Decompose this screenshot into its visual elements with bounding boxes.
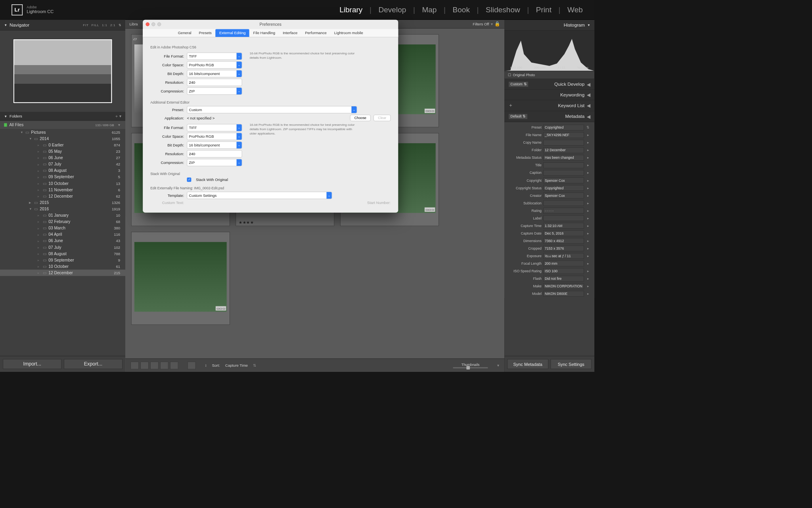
meta-value[interactable]: 12 December bbox=[543, 147, 584, 153]
close-icon[interactable] bbox=[146, 22, 149, 26]
clear-button[interactable]: Clear bbox=[373, 115, 391, 121]
thumbnail[interactable]: ▭▭▭ bbox=[131, 232, 230, 325]
module-book[interactable]: Book bbox=[453, 5, 470, 14]
meta-value[interactable] bbox=[543, 200, 584, 206]
meta-action-icon[interactable]: ▸ bbox=[586, 133, 590, 137]
histogram[interactable]: ISO 100 200 mm ƒ / 11 ¹⁄₂₅₀ sec bbox=[504, 31, 594, 71]
disclosure-icon[interactable]: ▹ bbox=[38, 143, 41, 146]
meta-action-icon[interactable]: ▸ bbox=[586, 269, 590, 273]
metadata-preset-select[interactable]: Copyrighted bbox=[543, 125, 584, 131]
meta-value[interactable]: ¹⁄₂₅₀ sec at ƒ / 11 bbox=[543, 253, 584, 259]
window-controls[interactable] bbox=[146, 22, 161, 26]
disclosure-icon[interactable]: ▹ bbox=[38, 220, 41, 223]
disclosure-icon[interactable]: ▶ bbox=[29, 201, 33, 204]
folder-row[interactable]: ▹▭0 Earlier874 bbox=[0, 142, 125, 148]
choose-button[interactable]: Choose bbox=[350, 115, 371, 121]
tab-performance[interactable]: Performance bbox=[301, 29, 331, 37]
disclosure-icon[interactable]: ▹ bbox=[38, 227, 41, 230]
meta-action-icon[interactable]: ▸ bbox=[586, 163, 590, 167]
meta-action-icon[interactable]: ▸ bbox=[586, 171, 590, 175]
template-select[interactable]: Custom Settings⌄ bbox=[187, 192, 332, 199]
tab-lightroom-mobile[interactable]: Lightroom mobile bbox=[330, 29, 367, 37]
folder-row[interactable]: ▹▭09 September9 bbox=[0, 257, 125, 263]
tab-presets[interactable]: Presets bbox=[195, 29, 215, 37]
meta-action-icon[interactable]: ▸ bbox=[586, 277, 590, 281]
preset-select[interactable]: Custom⌄ bbox=[187, 106, 357, 113]
meta-action-icon[interactable]: ▸ bbox=[586, 262, 590, 266]
meta-action-icon[interactable]: ▸ bbox=[586, 246, 590, 250]
sync-metadata-button[interactable]: Sync Metadata bbox=[508, 359, 548, 369]
meta-value[interactable]: Has been changed bbox=[543, 155, 584, 161]
checkbox-icon[interactable]: ☐ bbox=[508, 73, 511, 77]
meta-value[interactable] bbox=[543, 215, 584, 221]
disclosure-icon[interactable]: ▼ bbox=[29, 207, 33, 210]
disclosure-icon[interactable]: ▼ bbox=[20, 131, 24, 134]
meta-action-icon[interactable]: ▸ bbox=[586, 178, 590, 182]
folder-row[interactable]: ▼▭20141055 bbox=[0, 135, 125, 142]
module-map[interactable]: Map bbox=[422, 5, 437, 14]
meta-action-icon[interactable]: ▸ bbox=[586, 140, 590, 144]
lock-icon[interactable]: 🔒 bbox=[494, 21, 500, 27]
folders-header[interactable]: ▼ Folders ＋ ▾ bbox=[0, 112, 125, 121]
meta-value[interactable]: _SKY4299.NEF bbox=[543, 132, 584, 138]
zoom-FILL[interactable]: FILL bbox=[92, 23, 99, 27]
folder-row[interactable]: ▹▭12 December62 bbox=[0, 193, 125, 199]
file-format-select[interactable]: TIFF⌄ bbox=[187, 52, 242, 60]
module-web[interactable]: Web bbox=[567, 5, 583, 14]
folder-row[interactable]: ▶▭20151326 bbox=[0, 199, 125, 206]
disclosure-icon[interactable]: ▹ bbox=[38, 188, 41, 191]
chevron-down-icon[interactable]: ▾ bbox=[497, 363, 499, 368]
folder-row[interactable]: ▹▭06 June27 bbox=[0, 154, 125, 161]
meta-action-icon[interactable]: ▸ bbox=[586, 209, 590, 213]
disclosure-icon[interactable]: ▹ bbox=[38, 239, 41, 242]
folder-row[interactable]: ▹▭08 August3 bbox=[0, 167, 125, 174]
survey-view-icon[interactable] bbox=[160, 362, 168, 369]
folder-row[interactable]: ▹▭10 October13 bbox=[0, 180, 125, 187]
resolution-input[interactable] bbox=[187, 79, 242, 86]
bit-depth-select[interactable]: 16 bits/component⌄ bbox=[187, 70, 242, 77]
thumbnail-size-slider[interactable] bbox=[453, 367, 488, 368]
meta-value[interactable]: 7360 x 4912 bbox=[543, 238, 584, 244]
meta-value[interactable]: NIKON CORPORATION bbox=[543, 283, 584, 289]
meta-action-icon[interactable]: ▸ bbox=[586, 292, 590, 296]
folder-row[interactable]: ▼▭Pictures6125 bbox=[0, 129, 125, 135]
meta-value[interactable]: 200 mm bbox=[543, 261, 584, 267]
sync-settings-button[interactable]: Sync Settings bbox=[551, 359, 592, 369]
meta-action-icon[interactable]: ▸ bbox=[586, 224, 590, 228]
histogram-header[interactable]: Histogram ▼ bbox=[504, 20, 594, 31]
filters-toggle[interactable]: Filters Off bbox=[473, 22, 489, 26]
export-button[interactable]: Export... bbox=[64, 359, 123, 369]
tab-external-editing[interactable]: External Editing bbox=[215, 29, 249, 37]
meta-action-icon[interactable]: ▸ bbox=[586, 201, 590, 205]
meta-value[interactable]: Spencer Cox bbox=[543, 177, 584, 183]
zoom-icon[interactable] bbox=[157, 22, 161, 26]
meta-value[interactable]: Did not fire bbox=[543, 276, 584, 282]
file-format-select-2[interactable]: TIFF⌄ bbox=[187, 124, 242, 131]
disclosure-icon[interactable]: ▹ bbox=[38, 246, 41, 249]
all-files-row[interactable]: All Files 133 / 699 GB ▾ bbox=[0, 121, 125, 129]
disclosure-icon[interactable]: ▹ bbox=[38, 252, 41, 255]
add-icon[interactable]: ＋ bbox=[508, 102, 513, 108]
compression-select-2[interactable]: ZIP⌄ bbox=[187, 159, 242, 166]
navigator-zoom-options[interactable]: FITFILL1:12:1⇅ bbox=[83, 23, 121, 27]
meta-value[interactable]: Dec 5, 2016 bbox=[543, 230, 584, 236]
painter-icon[interactable] bbox=[188, 362, 195, 369]
meta-value[interactable] bbox=[543, 170, 584, 176]
tab-file-handling[interactable]: File Handling bbox=[249, 29, 279, 37]
meta-action-icon[interactable]: ▸ bbox=[586, 284, 590, 288]
meta-value[interactable] bbox=[543, 162, 584, 168]
module-develop[interactable]: Develop bbox=[378, 5, 406, 14]
flag-icon[interactable]: ▱ bbox=[133, 37, 137, 42]
add-icon[interactable]: ＋ ▾ bbox=[115, 114, 121, 119]
stack-checkbox[interactable]: ✓ bbox=[187, 177, 191, 182]
meta-value[interactable]: Spencer Cox bbox=[543, 192, 584, 198]
disclosure-icon[interactable]: ▹ bbox=[38, 182, 41, 185]
grid-view-icon[interactable] bbox=[130, 362, 138, 369]
meta-action-icon[interactable]: ▸ bbox=[586, 186, 590, 190]
color-space-select[interactable]: ProPhoto RGB⌄ bbox=[187, 61, 242, 68]
module-slideshow[interactable]: Slideshow bbox=[486, 5, 520, 14]
meta-value[interactable]: ISO 100 bbox=[543, 268, 584, 274]
chevron-updown-icon[interactable]: ⇅ bbox=[119, 23, 121, 27]
meta-value[interactable]: NIKON D800E bbox=[543, 291, 584, 297]
meta-action-icon[interactable]: ▸ bbox=[586, 231, 590, 235]
